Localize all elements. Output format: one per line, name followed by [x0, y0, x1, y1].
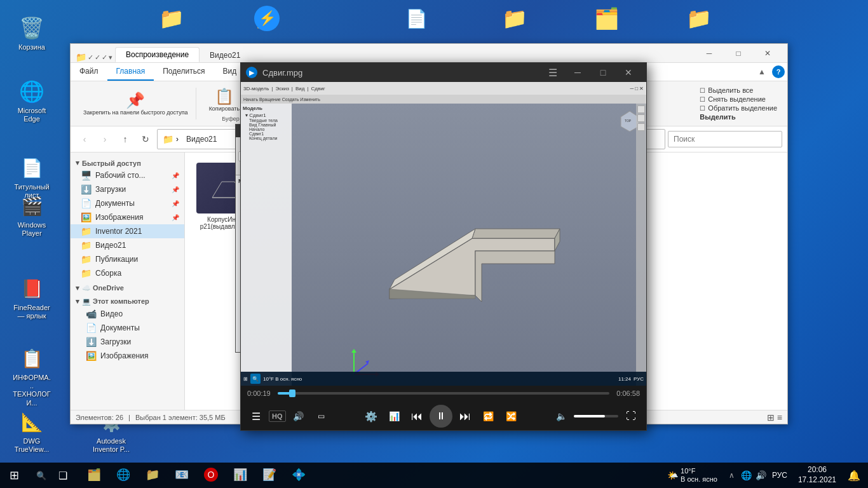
aspect-btn[interactable]: ▭ [311, 406, 332, 426]
onedrive-header[interactable]: ▾ ☁️ OneDrive [71, 280, 184, 294]
sidebar-item-video[interactable]: 📹 Видео [71, 307, 184, 321]
sidebar-item-desktop[interactable]: 🖥️ Рабочий сто... 📌 [71, 168, 184, 182]
equalizer-btn[interactable]: 📊 [384, 406, 404, 426]
ribbon-tab-file[interactable]: Файл [71, 63, 107, 81]
sidebar-item-images2[interactable]: 🖼️ Изображения [71, 349, 184, 363]
ribbon-tab-home[interactable]: Главная [107, 63, 154, 81]
notification-icon: 🔔 [848, 470, 860, 482]
close-button[interactable]: ✕ [753, 44, 782, 63]
edge-icon: 🌐 [116, 468, 130, 482]
taskbar-app-word[interactable]: 📝 [255, 463, 284, 488]
sidebar-item-downloads[interactable]: ⬇️ Загрузки 📌 [71, 182, 184, 196]
play-pause-btn[interactable]: ⏸ [430, 405, 452, 428]
sidebar-item-downloads2[interactable]: ⬇️ Загрузки [71, 335, 184, 349]
weather-temp: 10°F [681, 467, 717, 475]
hq-btn[interactable]: HQ [269, 410, 286, 422]
minimize-button[interactable]: ─ [695, 44, 724, 63]
select-btn[interactable]: Выделить [700, 113, 777, 121]
system-icons[interactable]: ∧ [726, 471, 737, 480]
pin-button[interactable]: 📌 Закрепить на панели быстрого доступа [81, 89, 191, 118]
desktop-icon-recycle[interactable]: 🗑️ Корзина [10, 13, 54, 54]
playlist-btn[interactable]: ☰ [246, 406, 266, 426]
prev-btn[interactable]: ⏮ [407, 406, 427, 426]
volume-bar-container[interactable] [574, 415, 618, 417]
desktop-icon-wplayer[interactable]: 🎬 Windows Player [10, 191, 54, 240]
desktop-icon-finereader[interactable]: 📕 FineReader — ярлык [10, 273, 54, 323]
this-pc-header[interactable]: ▾ 💻 Этот компьютер [71, 294, 184, 307]
search-input[interactable] [668, 131, 782, 147]
back-button[interactable]: ‹ [76, 130, 93, 148]
desktop-icon-folder1[interactable]: 📁 [149, 3, 194, 36]
refresh-button[interactable]: ↻ [137, 130, 154, 148]
taskbar-app-explorer[interactable]: 🗂️ [79, 463, 109, 488]
notification-btn[interactable]: 🔔 [845, 464, 863, 487]
task-view-btn[interactable]: ❑ [51, 464, 74, 487]
clock[interactable]: 20:06 17.12.2021 [793, 465, 841, 485]
taskbar-app-misc[interactable]: 💠 [284, 463, 313, 488]
ribbon-tab-share[interactable]: Поделиться [154, 63, 214, 81]
svg-marker-22 [351, 349, 356, 353]
volume-icon-tray[interactable]: 🔊 [756, 470, 766, 480]
taskbar-app-edge[interactable]: 🌐 [109, 463, 138, 488]
up-button[interactable]: ↑ [116, 130, 134, 148]
desktop-icon-folder3[interactable]: 📁 [492, 3, 537, 36]
desktop-icon-info[interactable]: 📋 ИНФОРМА... ТЕХНОЛОГИ... [10, 343, 54, 410]
player-maximize-btn[interactable]: □ [590, 63, 616, 82]
desktop-icon-folder4[interactable]: 🗂️ [585, 3, 629, 36]
weather-widget[interactable]: 🌤️ 10°F В осн. ясно [662, 467, 722, 484]
taskbar-app-files[interactable]: 📁 [138, 463, 167, 488]
speaker-btn[interactable]: 🔊 [288, 406, 309, 426]
sidebar-item-images[interactable]: 🖼️ Изображения 📌 [71, 210, 184, 224]
player-menu-btn[interactable]: ☰ [548, 67, 557, 79]
shuffle-btn[interactable]: 🔀 [501, 406, 521, 426]
taskbar-search-btn[interactable]: 🔍 [31, 468, 51, 483]
explorer-icon: 🗂️ [87, 468, 101, 482]
sidebar-item-docs2[interactable]: 📄 Документы [71, 321, 184, 335]
tab-video21[interactable]: Видео21 [200, 48, 250, 62]
ribbon-help-btn[interactable]: ? [772, 65, 785, 78]
repeat-btn[interactable]: 🔁 [478, 406, 498, 426]
lang-btn[interactable]: РУС [770, 471, 789, 480]
chevron-icon: ∧ [729, 471, 735, 480]
search-icon: 🔍 [36, 471, 46, 480]
desktop-icon-topright[interactable]: ⚡ [245, 3, 289, 36]
svg-text:TOP: TOP [625, 119, 632, 123]
player-minimize-btn[interactable]: ─ [565, 63, 590, 82]
settings-btn[interactable]: ⚙️ [361, 406, 381, 426]
quick-access-btn[interactable]: 📁 ✓ ✓ ✓ ▾ [76, 52, 112, 62]
desktop-icon-dwg[interactable]: 📐 DWG TrueView... [10, 407, 54, 456]
select-all-btn[interactable]: ☐ Выделить все [700, 86, 777, 94]
progress-bar[interactable] [278, 392, 609, 395]
sidebar-item-assembly[interactable]: 📁 Сборка [71, 266, 184, 280]
invert-selection-btn[interactable]: ☐ Обратить выделение [700, 104, 777, 112]
maximize-button[interactable]: □ [724, 44, 753, 63]
taskbar-app-ppt[interactable]: 📊 [226, 463, 255, 488]
list-view-btn[interactable]: ≡ [777, 412, 782, 423]
sidebar-item-documents[interactable]: 📄 Документы 📌 [71, 196, 184, 210]
player-close-btn[interactable]: ✕ [616, 63, 641, 82]
desktop-icon-pdf[interactable]: 📄 [394, 3, 438, 36]
forward-button[interactable]: › [96, 130, 114, 148]
start-button[interactable]: ⊞ [0, 463, 29, 488]
ribbon-collapse-btn[interactable]: ▲ [754, 66, 770, 78]
taskbar-app-opera[interactable]: O [196, 463, 226, 488]
sidebar-item-video21[interactable]: 📁 Видео21 [71, 238, 184, 252]
desktop-icon-edge[interactable]: 🌐 Microsoft Edge [10, 76, 54, 126]
taskbar-app-mail[interactable]: 📧 [167, 463, 196, 488]
sidebar-item-inventor[interactable]: 📁 Inventor 2021 [71, 224, 184, 238]
volume-icon[interactable]: 🔈 [551, 406, 571, 426]
deselect-btn[interactable]: ☐ Снять выделение [700, 95, 777, 103]
current-time: 0:00:19 [247, 390, 273, 397]
next-btn[interactable]: ⏭ [455, 406, 475, 426]
fullscreen-btn[interactable]: ⛶ [621, 406, 641, 426]
svg-marker-14 [472, 229, 560, 238]
player-titlebar: ▶ Сдвиг.mpg ☰ ─ □ ✕ [241, 63, 646, 82]
copy-button[interactable]: 📋 Копировать [207, 85, 242, 114]
large-icons-btn[interactable]: ⊞ [767, 412, 775, 423]
sidebar-item-publications[interactable]: 📁 Публикации [71, 252, 184, 266]
network-icon[interactable]: 🌐 [741, 470, 752, 480]
mail-icon: 📧 [175, 468, 189, 482]
tab-reproduction[interactable]: Воспроизведение [115, 47, 200, 62]
quick-access-header[interactable]: ▾ Быстрый доступ [71, 155, 184, 168]
desktop-icon-folder5[interactable]: 📁 [677, 3, 721, 36]
